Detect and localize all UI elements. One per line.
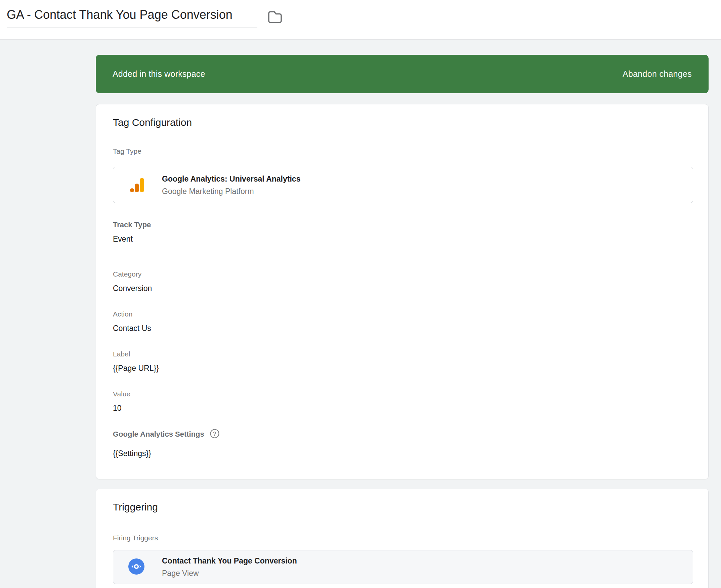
page-header: GA - Contact Thank You Page Conversion [0, 0, 721, 40]
triggering-title: Triggering [113, 501, 692, 513]
field-label: Action [113, 310, 692, 318]
tag-type-label: Tag Type [113, 147, 692, 155]
tag-type-name: Google Analytics: Universal Analytics [162, 174, 300, 184]
field-label: Value [113, 390, 692, 398]
field-value: Event [113, 235, 692, 244]
trigger-name: Contact Thank You Page Conversion [162, 556, 297, 566]
field-action: Action Contact Us [113, 310, 692, 333]
folder-icon [267, 10, 283, 25]
tag-configuration-card: Tag Configuration Tag Type Google Analyt… [96, 104, 708, 479]
field-label: Track Type [113, 220, 692, 229]
field-value: Contact Us [113, 324, 692, 333]
google-analytics-settings-label: Google Analytics Settings [113, 430, 204, 438]
field-label: Category [113, 270, 692, 278]
tag-type-platform: Google Marketing Platform [162, 187, 300, 196]
triggering-card: Triggering Firing Triggers Contact Thank… [96, 489, 708, 588]
workspace-status-text: Added in this workspace [113, 69, 205, 79]
field-category: Category Conversion [113, 270, 692, 293]
tag-name-text[interactable]: GA - Contact Thank You Page Conversion [7, 7, 257, 23]
field-value: Conversion [113, 284, 692, 293]
abandon-changes-button[interactable]: Abandon changes [623, 69, 692, 79]
field-value: 10 [113, 404, 692, 413]
field-value: {{Page URL}} [113, 364, 692, 373]
trigger-item[interactable]: Contact Thank You Page Conversion Page V… [113, 550, 693, 584]
field-label: Label [113, 350, 692, 358]
main-content: Added in this workspace Abandon changes … [96, 40, 708, 588]
google-analytics-settings-row: Google Analytics Settings ? [113, 429, 692, 439]
tag-configuration-title: Tag Configuration [113, 117, 692, 128]
google-analytics-settings-value: {{Settings}} [113, 449, 692, 458]
tag-name-field[interactable]: GA - Contact Thank You Page Conversion [7, 7, 257, 28]
help-icon: ? [209, 428, 220, 440]
field-track-type: Track Type Event [113, 220, 692, 244]
pageview-trigger-icon [128, 559, 144, 576]
trigger-type: Page View [162, 569, 297, 578]
firing-triggers-label: Firing Triggers [113, 533, 692, 542]
workspace-status-banner: Added in this workspace Abandon changes [96, 55, 708, 93]
field-label-group: Label {{Page URL}} [113, 350, 692, 373]
help-button[interactable]: ? [209, 429, 220, 439]
google-analytics-icon [130, 178, 144, 192]
field-value-group: Value 10 [113, 390, 692, 413]
svg-text:?: ? [213, 431, 216, 437]
tag-type-selector[interactable]: Google Analytics: Universal Analytics Go… [113, 167, 693, 203]
folder-button[interactable] [266, 9, 284, 25]
